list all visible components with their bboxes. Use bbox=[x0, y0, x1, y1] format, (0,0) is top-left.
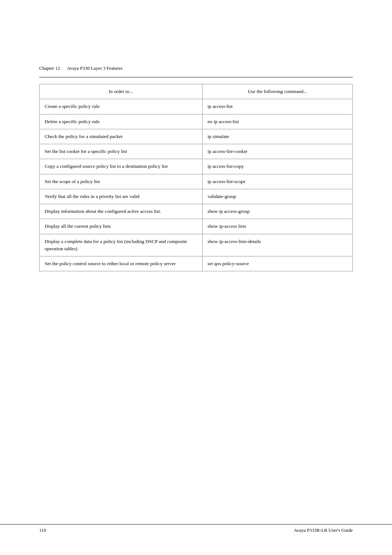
row-command: set qos policy-source bbox=[202, 256, 352, 271]
row-command: ip access-list bbox=[202, 99, 352, 114]
page: Chapter 12 Avaya P330 Layer 3 Features I… bbox=[0, 0, 392, 555]
row-command: ip access-list-cookie bbox=[202, 144, 352, 159]
row-description: Set the scope of a policy list bbox=[40, 174, 203, 189]
row-description: Create a specific policy rule bbox=[40, 99, 203, 114]
table-row: Delete a specific policy ruleno ip acces… bbox=[40, 114, 353, 129]
row-command: validate-group bbox=[202, 189, 352, 204]
chapter-title: Avaya P330 Layer 3 Features bbox=[67, 65, 123, 71]
table-row: Copy a configured source policy list to … bbox=[40, 159, 353, 174]
row-description: Check the policy for a simulated packet bbox=[40, 129, 203, 144]
table-header-row: In order to... Use the following command… bbox=[40, 84, 353, 99]
row-description: Delete a specific policy rule bbox=[40, 114, 203, 129]
row-command: ip simulate bbox=[202, 129, 352, 144]
row-command: no ip access-list bbox=[202, 114, 352, 129]
row-command: show ip access-group bbox=[202, 204, 352, 219]
chapter-number: Chapter 12 bbox=[39, 65, 60, 71]
chapter-label: Chapter 12 Avaya P330 Layer 3 Features bbox=[39, 65, 123, 71]
table-row: Display all the current policy listsshow… bbox=[40, 219, 353, 234]
table-row: Check the policy for a simulated packeti… bbox=[40, 129, 353, 144]
row-description: Verify that all the rules in a priority … bbox=[40, 189, 203, 204]
header-divider bbox=[39, 77, 353, 77]
table-row: Set the scope of a policy listip access-… bbox=[40, 174, 353, 189]
row-description: Display information about the configured… bbox=[40, 204, 203, 219]
chapter-line: Chapter 12 Avaya P330 Layer 3 Features bbox=[39, 65, 353, 71]
footer: 110 Avaya P333R-LB User's Guide bbox=[0, 524, 392, 533]
table-row: Display information about the configured… bbox=[40, 204, 353, 219]
content-area: In order to... Use the following command… bbox=[0, 84, 392, 271]
row-description: Display a complete data for a policy lis… bbox=[40, 234, 203, 256]
col-header-description: In order to... bbox=[40, 84, 203, 99]
row-description: Display all the current policy lists bbox=[40, 219, 203, 234]
guide-title: Avaya P333R-LB User's Guide bbox=[294, 527, 353, 533]
table-row: Create a specific policy ruleip access-l… bbox=[40, 99, 353, 114]
row-command: ip access-list-copy bbox=[202, 159, 352, 174]
row-command: show ip-access lists bbox=[202, 219, 352, 234]
row-description: Set the policy control source to either … bbox=[40, 256, 203, 271]
table-row: Set the list cookie for a specific polic… bbox=[40, 144, 353, 159]
row-description: Copy a configured source policy list to … bbox=[40, 159, 203, 174]
row-description: Set the list cookie for a specific polic… bbox=[40, 144, 203, 159]
col-header-command: Use the following command... bbox=[202, 84, 352, 99]
commands-table: In order to... Use the following command… bbox=[39, 84, 353, 271]
table-row: Set the policy control source to either … bbox=[40, 256, 353, 271]
row-command: show ip-access-lists-details bbox=[202, 234, 352, 256]
table-row: Verify that all the rules in a priority … bbox=[40, 189, 353, 204]
page-number: 110 bbox=[39, 527, 46, 533]
header-area: Chapter 12 Avaya P330 Layer 3 Features bbox=[0, 0, 392, 77]
table-row: Display a complete data for a policy lis… bbox=[40, 234, 353, 256]
row-command: ip access-list-scope bbox=[202, 174, 352, 189]
